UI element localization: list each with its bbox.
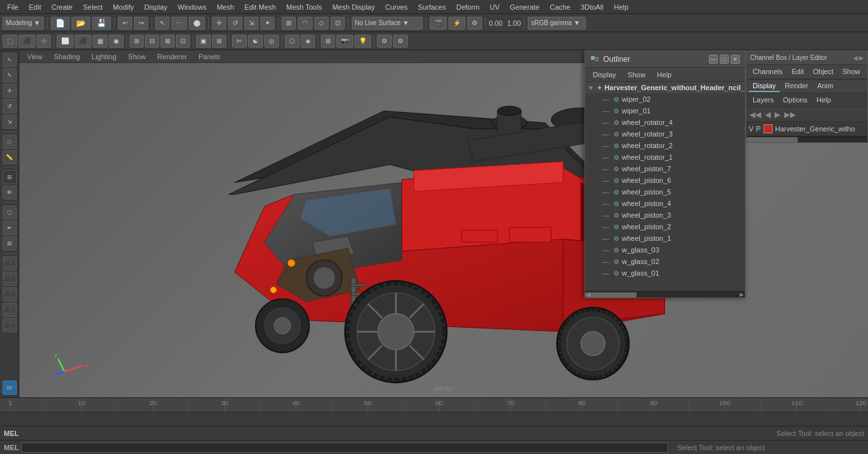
menu-deform[interactable]: Deform <box>452 2 484 12</box>
snap-to-grid-btn[interactable]: ⊞ <box>282 17 296 30</box>
new-scene-btn[interactable]: 📄 <box>51 17 70 30</box>
display-toggle3[interactable]: ⊠ <box>160 35 175 48</box>
tree-item-8[interactable]: — ⚙ wheel_piston_5 <box>585 186 745 198</box>
open-scene-btn[interactable]: 📂 <box>72 17 90 30</box>
groups3-btn[interactable]: ⬛⬛ <box>3 287 17 301</box>
measure-btn[interactable]: 📏 <box>3 150 17 164</box>
select-mode-btn[interactable]: ↖ <box>3 53 17 67</box>
menu-cache[interactable]: Cache <box>545 2 575 12</box>
lasso-tool-btn[interactable]: ⋯ <box>171 17 187 30</box>
viewport-tab-shading[interactable]: Shading <box>50 52 84 61</box>
camera-btn[interactable]: 📷 <box>336 35 353 48</box>
snap-to-curve-btn[interactable]: ◠ <box>298 17 313 30</box>
xray-btn[interactable]: ⬡ <box>285 35 300 48</box>
select-tool-btn[interactable]: ↖ <box>155 17 169 30</box>
light-btn[interactable]: 💡 <box>354 35 371 48</box>
viewport-tab-show[interactable]: Show <box>124 52 150 61</box>
menu-select[interactable]: Select <box>79 2 108 12</box>
viewport-tab-lighting[interactable]: Lighting <box>88 52 121 61</box>
tree-item-3[interactable]: — ⚙ wheel_rotator_3 <box>585 128 745 140</box>
sculpt-btn[interactable]: ✒ <box>3 221 17 235</box>
cb-prev-btn[interactable]: ◀ <box>764 109 771 120</box>
proportional-btn[interactable]: ◎ <box>264 35 279 48</box>
select-obj-btn[interactable]: ⬛ <box>19 35 35 48</box>
tree-item-13[interactable]: — ⚙ w_glass_03 <box>585 244 745 256</box>
menu-mesh-display[interactable]: Mesh Display <box>328 2 380 12</box>
cb-tab-edit[interactable]: Edit <box>787 66 807 78</box>
cb-render-tab[interactable]: Render <box>781 80 812 92</box>
outliner-maximize-btn[interactable]: □ <box>720 55 729 64</box>
display-toggle4[interactable]: ⊡ <box>176 35 190 48</box>
viewport-tab-view[interactable]: View <box>23 52 46 61</box>
outliner-minimize-btn[interactable]: — <box>709 55 718 64</box>
grid-toggle-btn[interactable]: ⊞ <box>321 35 335 48</box>
uv-btn[interactable]: ⊞ <box>3 236 17 251</box>
tree-item-1[interactable]: — ⚙ wiper_01 <box>585 105 745 117</box>
cb-tab-channels[interactable]: Channels <box>749 66 786 78</box>
menu-curves[interactable]: Curves <box>381 2 412 12</box>
extra2-btn[interactable]: ⚙ <box>393 35 408 48</box>
groups4-btn[interactable]: ⬛⬛ <box>3 303 17 317</box>
menu-file[interactable]: File <box>3 2 23 12</box>
outliner-tree[interactable]: ▼ ✦ Harvester_Generic_without_Header_nci… <box>585 82 745 291</box>
snap-to-view-btn[interactable]: ⊡ <box>331 17 345 30</box>
outliner-h-scrollbar[interactable]: ◀ ▶ <box>585 291 745 298</box>
use-default-mat-btn[interactable]: ◉ <box>109 35 124 48</box>
symmetry-btn[interactable]: ⊨ <box>232 35 247 48</box>
command-input[interactable] <box>21 442 668 453</box>
textured-btn[interactable]: ▦ <box>93 35 108 48</box>
paint-btn[interactable]: ✎ <box>3 68 17 82</box>
tree-item-0[interactable]: — ⚙ wiper_02 <box>585 93 745 105</box>
outliner-close-btn[interactable]: ✕ <box>731 55 740 64</box>
menu-help[interactable]: Help <box>609 2 633 12</box>
ipr-render-btn[interactable]: ⚡ <box>448 17 465 30</box>
redo-btn[interactable]: ↪ <box>134 17 148 30</box>
tree-item-9[interactable]: — ⚙ wheel_piston_4 <box>585 198 745 209</box>
cb-arrow-left[interactable]: ◀ <box>853 55 858 61</box>
menu-windows[interactable]: Windows <box>173 2 211 12</box>
tree-item-5[interactable]: — ⚙ wheel_rotator_1 <box>585 151 745 163</box>
groups2-btn[interactable]: ⬛⬛ <box>3 272 17 286</box>
cb-tab-show[interactable]: Show <box>838 66 864 78</box>
poly-tools-btn[interactable]: ⬡ <box>3 205 17 220</box>
cb-h-scrollbar-thumb[interactable] <box>746 137 798 142</box>
rotate-btn-left[interactable]: ↺ <box>3 99 17 113</box>
move-tool-btn[interactable]: ✛ <box>212 17 226 30</box>
menu-uv[interactable]: UV <box>485 2 504 12</box>
timeline-ticks[interactable]: 1 10 20 30 40 50 60 70 80 <box>3 398 868 411</box>
cb-display-tab[interactable]: Display <box>749 80 780 92</box>
menu-surfaces[interactable]: Surfaces <box>414 2 450 12</box>
viewport-layout1[interactable]: ▣ <box>196 35 211 48</box>
display-toggle1[interactable]: ⊞ <box>130 35 144 48</box>
smooth-shade-btn[interactable]: ⬛ <box>75 35 92 48</box>
outliner-show-menu[interactable]: Show <box>622 70 651 80</box>
tree-item-11[interactable]: — ⚙ wheel_piston_2 <box>585 221 745 232</box>
menu-edit[interactable]: Edit <box>24 2 46 12</box>
object-display-btn[interactable]: 👁 <box>3 185 17 200</box>
outliner-h-scrollbar-thumb[interactable] <box>585 292 637 298</box>
snap-to-point-btn[interactable]: ◇ <box>314 17 329 30</box>
cb-help-tab[interactable]: Help <box>813 95 835 106</box>
outliner-help-menu[interactable]: Help <box>652 70 677 80</box>
cb-forward-btn[interactable]: ▶▶ <box>784 109 796 120</box>
cb-arrow-right[interactable]: ▶ <box>859 55 863 61</box>
render-region-btn[interactable]: ⊞ <box>3 170 17 184</box>
tree-item-7[interactable]: — ⚙ wheel_piston_6 <box>585 175 745 186</box>
tree-item-12[interactable]: — ⚙ wheel_piston_1 <box>585 232 745 244</box>
cb-tab-object[interactable]: Object <box>809 66 837 78</box>
root-expand-btn[interactable]: ▼ <box>588 84 594 91</box>
snap-points-btn[interactable]: ◇ <box>3 135 17 149</box>
render-settings-btn[interactable]: ⚙ <box>467 17 482 30</box>
scale-btn-left[interactable]: ⇲ <box>3 115 17 129</box>
menu-create[interactable]: Create <box>47 2 77 12</box>
select-component-btn[interactable]: ⊹ <box>37 35 51 48</box>
viewport-layout2[interactable]: ⊞ <box>212 35 226 48</box>
tree-item-14[interactable]: — ⚙ w_glass_02 <box>585 256 745 267</box>
scale-tool-btn[interactable]: ⇲ <box>244 17 258 30</box>
soft-select-btn[interactable]: ☯ <box>248 35 263 48</box>
mode-dropdown[interactable]: Modeling ▼ <box>3 17 44 30</box>
menu-edit-mesh[interactable]: Edit Mesh <box>240 2 280 12</box>
select-hierachy-btn[interactable]: ⬚ <box>3 35 17 48</box>
transform-btn[interactable]: ✛ <box>3 84 17 98</box>
save-scene-btn[interactable]: 💾 <box>92 17 111 30</box>
